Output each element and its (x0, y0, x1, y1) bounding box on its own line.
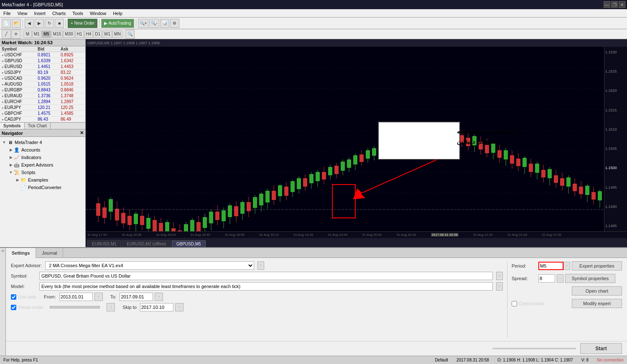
tf-m1b[interactable]: M1 (32, 30, 41, 38)
nav-examples[interactable]: ▶ 📁 Examples (2, 176, 84, 184)
forward-button[interactable]: ▶ (35, 19, 44, 28)
market-row-euraud[interactable]: ●EURAUD1.37361.3748 (0, 93, 85, 99)
nav-scripts[interactable]: ▼ 📜 Scripts (2, 169, 84, 176)
from-date-input[interactable] (59, 293, 93, 301)
nav-period-converter[interactable]: 📄 PeriodConverter (2, 184, 84, 191)
market-row-usdchf[interactable]: ●USDCHF0.89210.8925 (0, 52, 85, 58)
close-button[interactable]: ✕ (619, 1, 625, 8)
line-tools[interactable]: ╱ (2, 30, 11, 39)
search-tool[interactable]: 🔍 (125, 30, 135, 39)
chart-tab-gbpusd-m5[interactable]: GBPUSD,M5 (172, 240, 206, 247)
menu-charts[interactable]: Charts (49, 10, 69, 17)
market-row-eurchf[interactable]: ●EURCHF1.28941.2897 (0, 99, 85, 105)
navigator-close-icon[interactable]: ✕ (80, 130, 84, 136)
stop-button[interactable]: ■ (55, 19, 64, 28)
menu-window[interactable]: Window (87, 10, 110, 17)
tf-mn[interactable]: MN (112, 30, 122, 38)
refresh-button[interactable]: ↻ (45, 19, 54, 28)
modify-expert-btn[interactable]: Modify expert (572, 299, 622, 308)
properties-button[interactable]: ⚙ (170, 19, 179, 28)
visual-checkbox[interactable] (11, 305, 16, 310)
tab-tick-chart[interactable]: Tick Chart (25, 123, 51, 129)
chart-tab-eurusd-m1[interactable]: EURUSD,M1 (87, 240, 121, 247)
tab-journal[interactable]: Journal (36, 248, 63, 258)
market-row-audusd[interactable]: ●AUDUSD1.05151.0518 (0, 81, 85, 87)
tab-settings[interactable]: Settings (6, 248, 36, 258)
svg-rect-51 (222, 210, 226, 221)
period-dropdown-btn[interactable]: ▼ (563, 262, 570, 270)
period-input[interactable] (538, 262, 563, 270)
autotrading-button[interactable]: ▶ AutoTrading (101, 19, 134, 28)
optimization-label[interactable]: Optimization (512, 301, 544, 306)
menu-tools[interactable]: Tools (69, 10, 87, 17)
to-date-input[interactable] (120, 293, 153, 301)
back-button[interactable]: ◀ (25, 19, 34, 28)
maximize-button[interactable]: ❐ (611, 1, 618, 8)
market-row-eurgbp[interactable]: ●EURGBP0.88430.8846 (0, 87, 85, 93)
from-calendar-btn[interactable]: ▼ (94, 293, 103, 301)
market-row-gbpchf[interactable]: ●GBPCHF1.45751.4585 (0, 111, 85, 116)
svg-rect-31 (159, 223, 163, 231)
menu-file[interactable]: File (0, 10, 14, 17)
crosshair-tool[interactable]: ✛ (11, 30, 20, 39)
model-dropdown-btn[interactable]: ▼ (496, 282, 503, 291)
nav-accounts[interactable]: ▶ 👤 Accounts (2, 146, 84, 154)
tf-m5[interactable]: M5 (42, 30, 51, 38)
skip-date-input[interactable] (140, 303, 173, 311)
open-button[interactable]: 📂 (12, 19, 21, 28)
visual-label[interactable]: Visual mode (11, 305, 43, 310)
menu-help[interactable]: Help (110, 10, 126, 17)
optimization-checkbox[interactable] (512, 301, 517, 306)
market-row-gbpusd[interactable]: ●GBPUSD1.63391.6342 (0, 58, 85, 64)
market-watch-header: Market Watch: 16:24:53 (0, 39, 85, 46)
symbol-dropdown-btn[interactable]: ▼ (496, 272, 503, 280)
market-row-eurusd[interactable]: ●EURUSD1.44511.4453 (0, 64, 85, 70)
chart-tab-eurusd-m2[interactable]: EURUSD,M2 (offline) (122, 240, 171, 247)
minimize-button[interactable]: — (604, 1, 610, 8)
annotation-rect (378, 122, 460, 159)
usedate-checkbox[interactable] (11, 294, 16, 300)
col-bid: Bid (38, 47, 61, 51)
nav-expert-advisors[interactable]: ▶ 🤖 Expert Advisors (2, 161, 84, 169)
tf-m1[interactable]: M (23, 30, 32, 38)
tf-h1[interactable]: H1 (75, 30, 84, 38)
spread-dropdown-btn[interactable]: ▼ (557, 274, 563, 283)
to-calendar-btn[interactable]: ▼ (155, 293, 163, 301)
tab-symbols[interactable]: Symbols (0, 123, 25, 129)
pause-btn[interactable]: ⏸ (107, 303, 115, 311)
nav-indicators[interactable]: ▶ 📈 Indicators (2, 154, 84, 161)
symbol-properties-btn[interactable]: Symbol properties (565, 274, 615, 283)
new-order-button[interactable]: + New Order (68, 19, 97, 28)
tf-w1[interactable]: W1 (102, 30, 112, 38)
chart-type-button[interactable]: 📊 (160, 19, 169, 28)
open-chart-btn[interactable]: Open chart (572, 286, 622, 296)
symbol-input[interactable] (39, 272, 493, 280)
tf-m30[interactable]: M30 (63, 30, 74, 38)
model-input[interactable] (39, 282, 493, 291)
optimization-row: Optimization Modify expert (512, 299, 622, 308)
zoom-out-button[interactable]: 🔍- (149, 19, 159, 28)
zoom-in-button[interactable]: 🔍+ (138, 19, 149, 28)
start-button[interactable]: Start (580, 343, 622, 354)
market-row-eurjpy[interactable]: ●EURJPY120.21120.25 (0, 105, 85, 111)
skip-calendar-btn[interactable]: ▼ (175, 303, 184, 311)
expert-properties-btn[interactable]: Expert properties (572, 261, 622, 270)
expand-icon: ▼ (2, 140, 7, 145)
tf-d1[interactable]: D1 (93, 30, 102, 38)
market-row-cadjpy[interactable]: ●CADJPY86.4386.49 (0, 116, 85, 122)
market-row-usdjpy[interactable]: ●USDJPY83.1983.22 (0, 70, 85, 76)
expert-select[interactable]: 2 MA Crosses Mega filter EA V1.ex4 (45, 261, 254, 270)
menu-view[interactable]: View (14, 10, 31, 17)
nav-metatrader4[interactable]: ▼ 🖥 MetaTrader 4 (2, 139, 84, 146)
chart-canvas[interactable]: لاحظ توقيت بداية الشمعه اصبح كل دقيقتين … (86, 47, 627, 231)
expert-dropdown-btn[interactable]: ▼ (257, 261, 264, 270)
speed-slider[interactable] (50, 306, 100, 308)
sep-tf2 (124, 30, 124, 38)
market-row-usdcad[interactable]: ●USDCAD0.96200.9624 (0, 76, 85, 81)
tf-m15[interactable]: M15 (51, 30, 63, 38)
tf-h4[interactable]: H4 (84, 30, 93, 38)
menu-insert[interactable]: Insert (31, 10, 49, 17)
usedate-label[interactable]: Use date (11, 294, 36, 300)
spread-input[interactable] (538, 274, 555, 283)
new-button[interactable]: 📄 (2, 19, 11, 28)
